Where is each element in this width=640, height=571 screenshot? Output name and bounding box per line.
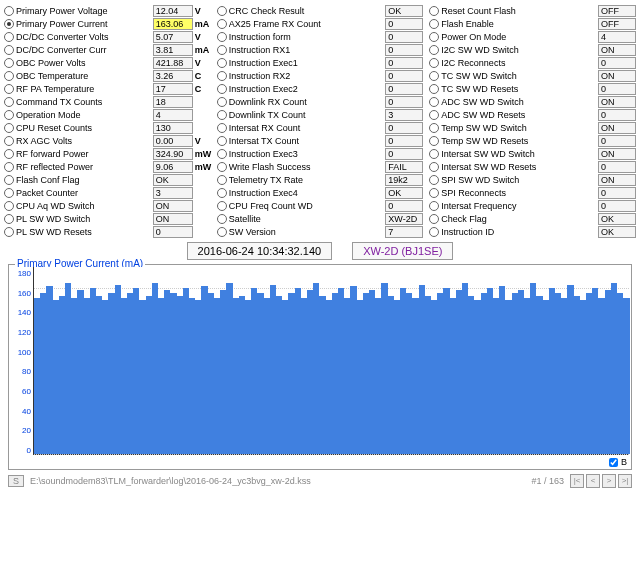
radio-select[interactable] [4, 188, 14, 198]
field-value: 3 [385, 109, 423, 121]
radio-select[interactable] [4, 136, 14, 146]
pager-prev[interactable]: < [586, 474, 600, 488]
s-button[interactable]: S [8, 475, 24, 487]
telemetry-row: Flash EnableOFF [429, 17, 636, 30]
pager-last[interactable]: >| [618, 474, 632, 488]
radio-select[interactable] [217, 188, 227, 198]
field-label: Instruction ID [441, 227, 596, 237]
field-label: Intersat Frequency [441, 201, 596, 211]
radio-select[interactable] [217, 84, 227, 94]
radio-select[interactable] [4, 58, 14, 68]
radio-select[interactable] [429, 71, 439, 81]
radio-select[interactable] [429, 136, 439, 146]
radio-select[interactable] [4, 84, 14, 94]
radio-select[interactable] [217, 6, 227, 16]
telemetry-row: Downlink TX Count3 [217, 108, 424, 121]
telemetry-row: I2C SW WD SwitchON [429, 43, 636, 56]
radio-select[interactable] [217, 19, 227, 29]
field-label: RF PA Temperature [16, 84, 151, 94]
radio-select[interactable] [217, 162, 227, 172]
radio-select[interactable] [4, 110, 14, 120]
radio-select[interactable] [4, 32, 14, 42]
radio-select[interactable] [217, 149, 227, 159]
telemetry-row: Primary Power Voltage12.04V [4, 4, 211, 17]
radio-select[interactable] [429, 84, 439, 94]
radio-select[interactable] [217, 32, 227, 42]
field-label: Instruction Exec1 [229, 58, 384, 68]
field-label: ADC SW WD Switch [441, 97, 596, 107]
field-value: 17 [153, 83, 193, 95]
y-tick: 120 [18, 328, 31, 337]
radio-select[interactable] [4, 45, 14, 55]
field-value: 4 [598, 31, 636, 43]
field-value: 0 [598, 187, 636, 199]
radio-select[interactable] [4, 123, 14, 133]
telemetry-row: SatelliteXW-2D [217, 212, 424, 225]
telemetry-row: Instruction Exec30 [217, 147, 424, 160]
timestamp-box: 2016-06-24 10:34:32.140 [187, 242, 333, 260]
radio-select[interactable] [217, 58, 227, 68]
pager-next[interactable]: > [602, 474, 616, 488]
radio-select[interactable] [217, 175, 227, 185]
telemetry-row: OBC Temperature3.26C [4, 69, 211, 82]
pager-first[interactable]: |< [570, 474, 584, 488]
radio-select[interactable] [217, 45, 227, 55]
field-value: 0 [598, 200, 636, 212]
radio-select[interactable] [429, 58, 439, 68]
y-tick: 20 [22, 426, 31, 435]
y-axis: 180160140120100806040200 [11, 267, 33, 467]
radio-select[interactable] [4, 149, 14, 159]
radio-select[interactable] [429, 32, 439, 42]
radio-select[interactable] [429, 188, 439, 198]
plot-area [33, 267, 629, 455]
radio-select[interactable] [429, 110, 439, 120]
field-value: 4 [153, 109, 193, 121]
telemetry-row: Instruction IDOK [429, 225, 636, 238]
field-label: CPU Freq Count WD [229, 201, 384, 211]
radio-select[interactable] [217, 123, 227, 133]
radio-select[interactable] [429, 45, 439, 55]
field-label: Packet Counter [16, 188, 151, 198]
radio-select[interactable] [429, 149, 439, 159]
field-unit: V [193, 6, 211, 16]
radio-select[interactable] [429, 19, 439, 29]
field-value: 0 [598, 135, 636, 147]
radio-select[interactable] [217, 227, 227, 237]
radio-select[interactable] [217, 201, 227, 211]
radio-select[interactable] [429, 6, 439, 16]
radio-select[interactable] [4, 214, 14, 224]
field-value: OK [385, 5, 423, 17]
field-value: OFF [598, 18, 636, 30]
telemetry-row: CPU Freq Count WD0 [217, 199, 424, 212]
radio-select[interactable] [217, 110, 227, 120]
radio-select[interactable] [4, 6, 14, 16]
field-value: 3.81 [153, 44, 193, 56]
radio-select[interactable] [4, 19, 14, 29]
y-tick: 100 [18, 348, 31, 357]
radio-select[interactable] [217, 136, 227, 146]
field-label: Power On Mode [441, 32, 596, 42]
radio-select[interactable] [429, 162, 439, 172]
telemetry-row: CPU Aq WD SwitchON [4, 199, 211, 212]
telemetry-row: Temp SW WD SwitchON [429, 121, 636, 134]
radio-select[interactable] [4, 227, 14, 237]
radio-select[interactable] [429, 123, 439, 133]
radio-select[interactable] [429, 201, 439, 211]
radio-select[interactable] [217, 71, 227, 81]
radio-select[interactable] [429, 175, 439, 185]
checkbox-b[interactable] [609, 458, 618, 467]
field-label: Command TX Counts [16, 97, 151, 107]
y-tick: 180 [18, 269, 31, 278]
radio-select[interactable] [429, 97, 439, 107]
radio-select[interactable] [4, 71, 14, 81]
radio-select[interactable] [4, 162, 14, 172]
radio-select[interactable] [429, 227, 439, 237]
radio-select[interactable] [4, 175, 14, 185]
field-value: 7 [385, 226, 423, 238]
radio-select[interactable] [429, 214, 439, 224]
radio-select[interactable] [4, 201, 14, 211]
radio-select[interactable] [217, 214, 227, 224]
radio-select[interactable] [4, 97, 14, 107]
radio-select[interactable] [217, 97, 227, 107]
telemetry-row: Intersat Frequency0 [429, 199, 636, 212]
